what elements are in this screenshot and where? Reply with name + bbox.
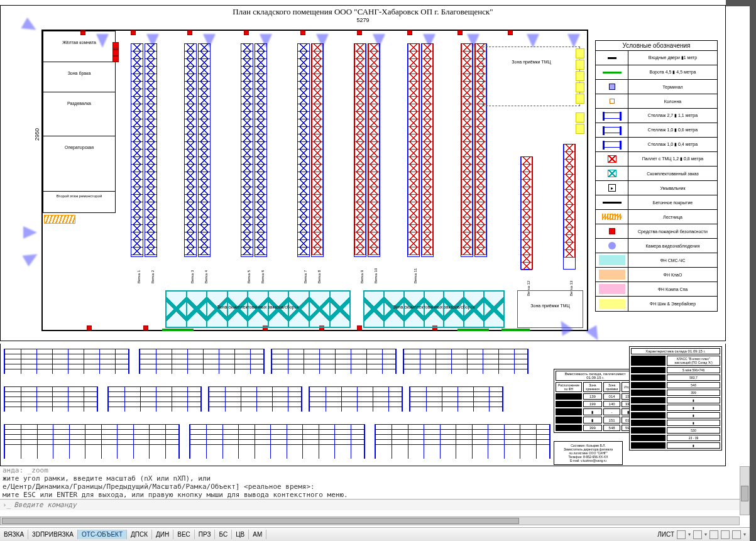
yellow-box <box>576 124 584 134</box>
fire-marker <box>187 30 192 35</box>
statusbar-toggle[interactable]: АМ <box>249 530 266 539</box>
status-bar: ВЯЗКА3DПРИВЯЗКАОТС-ОБЪЕКТДПСКДИНВЕСПРЗБС… <box>0 527 750 541</box>
command-input[interactable] <box>14 501 747 509</box>
chevron-down-icon[interactable]: ▾ <box>743 532 746 537</box>
legend-symbol <box>599 284 625 294</box>
elevation-rack <box>4 349 129 374</box>
statusbar-toggle[interactable]: ПРЗ <box>195 530 216 539</box>
sheet-icon[interactable] <box>677 530 686 539</box>
zone-receiving: Зона приёмки ТМЦ <box>483 46 580 106</box>
legend-text: Колонна <box>628 99 717 104</box>
legend-text: Камера видеонаблюдения <box>628 244 717 248</box>
cmd-text: е/Центр/Динамика/Границы/Предыдущий/Масш… <box>0 483 750 491</box>
fire-marker <box>508 30 513 35</box>
legend-row: Стеллаж 1,0 ▮ 0,4 метра <box>596 138 717 152</box>
fire-marker <box>300 30 305 35</box>
fire-marker <box>131 30 136 35</box>
statusbar-toggle[interactable]: ДПСК <box>127 530 152 539</box>
rack-column: Ветка 1 <box>131 43 143 257</box>
rack-label: Ветка 2 <box>151 270 155 283</box>
fire-marker <box>87 325 92 331</box>
legend-row: ФН СМС-ЧС <box>596 253 717 268</box>
rack-label: Ветка 10 <box>374 268 378 283</box>
dim-width: 5279 <box>1 17 725 23</box>
legend-symbol <box>609 228 615 234</box>
plan-title: План складского помещения ООО "САНГ-Хаба… <box>1 6 725 17</box>
legend-symbol: ▸ <box>608 184 616 192</box>
zone-assembly: Зона скомплектованных заказов/сборок <box>165 290 351 328</box>
fire-marker <box>407 30 412 35</box>
rack-column: Ветка 2 <box>145 43 157 257</box>
room: Раздевалка <box>43 92 116 136</box>
legend-symbol <box>602 214 622 220</box>
tool-icon[interactable] <box>709 530 718 539</box>
legend-text: Стеллаж 1,0 ▮ 0,4 метра <box>628 142 717 147</box>
rack-label: Ветка 7 <box>304 270 307 283</box>
rack-label: Ветка 4 <box>204 270 208 283</box>
scrollbar-thumb[interactable] <box>2 518 519 524</box>
fire-marker <box>112 50 119 56</box>
chevron-down-icon[interactable]: ▾ <box>704 532 707 537</box>
legend-text: Умывальник <box>628 186 717 190</box>
chevron-down-icon[interactable]: ▾ <box>688 532 691 537</box>
legend-text: Входные двери ▮1 метр <box>628 55 717 60</box>
legend-symbol <box>603 141 622 148</box>
staircase <box>44 215 75 224</box>
room-label: Жёлтая комната <box>62 40 96 45</box>
gate-marker <box>501 329 530 331</box>
statusbar-toggle[interactable]: 3DПРИВЯЗКА <box>28 530 78 539</box>
workspace-edge <box>750 0 756 541</box>
legend-text: ФН Компа Спа <box>628 287 717 292</box>
fire-marker <box>357 325 362 331</box>
yellow-box <box>576 48 584 58</box>
rack-label: Ветка 5 <box>247 270 251 283</box>
tool-icon[interactable] <box>732 530 741 539</box>
legend-symbol <box>599 255 625 265</box>
legend-symbol <box>610 99 615 104</box>
statusbar-toggle[interactable]: ЦВ <box>232 530 249 539</box>
zone-label: Зона приёмки ТМЦ <box>530 303 569 308</box>
capacity-table: Вместимость склада, паллетомест 01.09.15… <box>554 369 637 433</box>
elevations-section[interactable]: Вместимость склада, паллетомест 01.09.15… <box>0 344 726 466</box>
elevation-rack <box>375 424 551 459</box>
dim-height: 2950 <box>34 128 40 141</box>
scrollbar-thumb[interactable] <box>741 486 748 501</box>
room-label: Операторская <box>65 145 94 150</box>
legend-symbol <box>603 127 622 133</box>
fire-marker <box>112 42 119 48</box>
legend-text: ФН КлаО <box>628 273 717 277</box>
legend-row: Стеллаж 2,7 ▮ 1,1 метра <box>596 109 717 123</box>
rack-label: Ветка 8 <box>317 270 321 283</box>
command-input-row[interactable]: ›_ <box>0 499 750 510</box>
elevation-rack <box>107 386 202 412</box>
statusbar-toggle[interactable]: ДИН <box>152 530 173 539</box>
legend-row: Скомплектованный заказ <box>596 167 717 181</box>
sheet-label: ЛИСТ <box>657 531 674 538</box>
legend-symbol <box>608 57 616 59</box>
legend-symbol <box>599 299 625 309</box>
statusbar-toggle[interactable]: БС <box>215 530 232 539</box>
tool-icon[interactable] <box>693 530 702 539</box>
statusbar-toggle[interactable]: ВЯЗКА <box>0 530 28 539</box>
rack-column: Ветка 6 <box>255 43 267 257</box>
zone-label: Зона приёмки ТМЦ <box>512 60 551 64</box>
statusbar-toggle[interactable]: ОТС-ОБЪЕКТ <box>78 530 127 539</box>
fire-marker <box>357 30 362 35</box>
legend-symbol <box>608 155 616 163</box>
drawing-frame[interactable]: План складского помещения ООО "САНГ-Хаба… <box>0 5 726 341</box>
legend-symbol <box>608 170 616 177</box>
rack-column <box>461 43 473 257</box>
legend-text: Бетонное покрытие <box>628 200 717 205</box>
scrollbar-horizontal[interactable] <box>0 516 740 525</box>
legend-row: ФН Компа Спа <box>596 282 717 297</box>
legend-row: Терминал <box>596 80 717 94</box>
legend-text: Скомплектованный заказ <box>628 172 717 176</box>
legend-row: Стеллаж 1,0 ▮ 0,6 метра <box>596 123 717 138</box>
statusbar-toggle[interactable]: ВЕС <box>173 530 195 539</box>
legend-symbol <box>609 84 615 90</box>
legend-row: Паллет с ТМЦ 1,2 ▮ 0,8 метра <box>596 152 717 167</box>
scrollbar-vertical[interactable] <box>740 466 750 515</box>
tool-icon[interactable] <box>721 530 730 539</box>
floor-plan[interactable]: Жёлтая комната Зона брака Раздевалка Опе… <box>41 30 588 331</box>
legend-row: ФН Шик & Эвербайзер <box>596 297 717 311</box>
